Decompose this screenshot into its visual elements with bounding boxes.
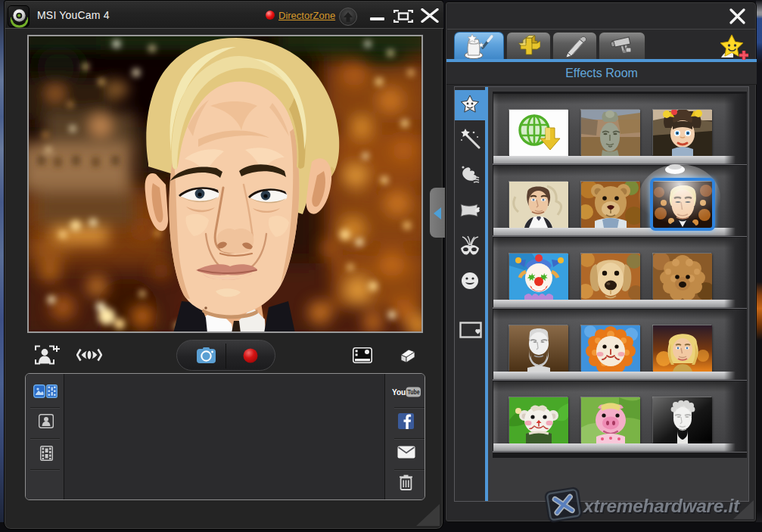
svg-text:xtremehardware.it: xtremehardware.it xyxy=(582,496,740,516)
svg-text:Tube: Tube xyxy=(408,388,420,396)
svg-text:You: You xyxy=(392,388,406,397)
